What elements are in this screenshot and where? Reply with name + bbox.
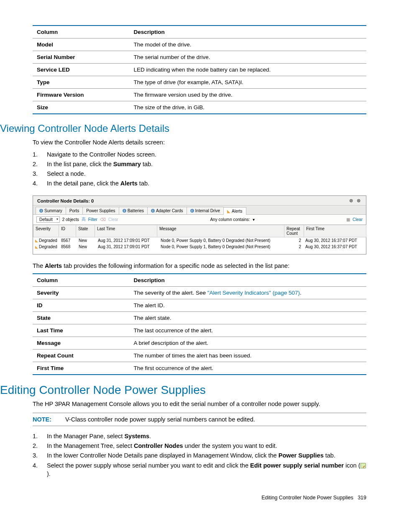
col-header: Column (33, 26, 129, 39)
tab-bar: iSummaryPortsPower SuppliesiBatteriesiAd… (33, 206, 366, 215)
table-row: First TimeThe first occurrence of the al… (33, 362, 366, 375)
cell-column: Type (33, 76, 129, 89)
tab-internal-drive[interactable]: iInternal Drive (187, 207, 224, 214)
steps-list-2: 1.In the Manager Pane, select Systems.2.… (33, 432, 366, 478)
cell-column: Message (33, 337, 129, 350)
step-item: 4.In the detail pane, click the Alerts t… (33, 179, 366, 188)
grid-col-header[interactable]: First Time (304, 225, 366, 237)
drive-table: Column Description ModelThe model of the… (33, 25, 366, 114)
edit-icon (361, 463, 366, 468)
anycol-dropdown-icon[interactable]: ▾ (253, 217, 255, 222)
cell-desc: A brief description of the alert. (129, 337, 366, 350)
table-row: TypeThe type of drive (for example, ATA,… (33, 76, 366, 89)
cell-desc: The number of times the alert has been i… (129, 350, 366, 362)
info-icon: i (39, 209, 43, 213)
step-item: 1.In the Manager Pane, select Systems. (33, 432, 366, 440)
step-item: 2.In the Management Tree, select Control… (33, 442, 366, 450)
table-row: Service LEDLED indicating when the node … (33, 64, 366, 76)
doc-link[interactable]: "Alert Severity Indicators" (page 507) (207, 290, 300, 296)
table-row: SeverityThe severity of the alert. See "… (33, 287, 366, 299)
section-heading-alerts: Viewing Controller Node Alerts Details (0, 123, 366, 134)
grid-row[interactable]: ◣Degraded8568NewAug 31, 2012 17:09:01 PD… (33, 244, 366, 250)
table-row: Repeat CountThe number of times the aler… (33, 350, 366, 362)
cell-column: Last Time (33, 324, 129, 337)
steps-list: 1.Navigate to the Controller Nodes scree… (33, 150, 366, 188)
cell-column: Severity (33, 287, 129, 299)
grid-header: SeverityIDStateLast TimeMessageRepeat Co… (33, 225, 366, 237)
alerts-table: Column Description SeverityThe severity … (33, 273, 366, 375)
clear-link[interactable]: Clear (108, 217, 118, 222)
clear-icon[interactable]: ⌫ (100, 217, 106, 222)
cell-desc: The first occurrence of the alert. (129, 362, 366, 375)
cell-desc: The last occurrence of the alert. (129, 324, 366, 337)
mid-paragraph: The Alerts tab provides the following in… (33, 262, 366, 270)
info-icon: i (190, 209, 194, 213)
tab-adapter-cards[interactable]: iAdapter Cards (147, 207, 187, 214)
export-icon[interactable]: ▦ (346, 217, 350, 222)
panel-title-text: Controller Node Details: 0 (37, 198, 94, 203)
panel-title: Controller Node Details: 0 ⊗ ⊗ (33, 196, 366, 206)
filter-link[interactable]: Filter (88, 217, 97, 222)
cell-desc: The size of the drive, in GiB. (129, 101, 366, 114)
cell-desc: The severity of the alert. See "Alert Se… (129, 287, 366, 299)
table-row: Serial NumberThe serial number of the dr… (33, 51, 366, 64)
cell-desc: LED indicating when the node battery can… (129, 64, 366, 76)
grid-col-header[interactable]: Message (157, 225, 284, 237)
cell-desc: The model of the drive. (129, 39, 366, 51)
filter-icon[interactable]: ⾼ (82, 216, 86, 222)
grid-row[interactable]: ◣Degraded8567NewAug 31, 2012 17:09:01 PD… (33, 237, 366, 244)
table-row: MessageA brief description of the alert. (33, 337, 366, 350)
note-label: NOTE: (33, 416, 65, 423)
cell-column: Serial Number (33, 51, 129, 64)
step-item: 1.Navigate to the Controller Nodes scree… (33, 150, 366, 159)
section-heading-power: Editing Controller Node Power Supplies (0, 383, 366, 397)
cell-column: ID (33, 299, 129, 312)
cell-desc: The serial number of the drive. (129, 51, 366, 64)
tab-ports[interactable]: Ports (66, 207, 83, 214)
col-header: Description (129, 26, 366, 39)
intro-text: To view the Controller Node Alerts detai… (33, 139, 366, 147)
table-row: StateThe alert state. (33, 312, 366, 324)
table-row: IDThe alert ID. (33, 299, 366, 312)
grid-col-header[interactable]: Severity (33, 225, 59, 237)
severity-icon: ◣ (35, 239, 38, 243)
table-row: ModelThe model of the drive. (33, 39, 366, 51)
step-item: 4.Select the power supply whose serial n… (33, 461, 366, 478)
tab-alerts[interactable]: ◣Alerts (223, 207, 246, 215)
view-dropdown[interactable]: Default (36, 216, 60, 223)
window-controls[interactable]: ⊗ ⊗ (349, 198, 362, 203)
grid-col-header[interactable]: State (76, 225, 95, 237)
severity-icon: ◣ (35, 245, 38, 249)
cell-column: First Time (33, 362, 129, 375)
table-row: SizeThe size of the drive, in GiB. (33, 101, 366, 114)
grid: SeverityIDStateLast TimeMessageRepeat Co… (33, 225, 366, 254)
cell-desc: The alert ID. (129, 299, 366, 312)
object-count: 2 objects (62, 217, 79, 222)
info-icon: i (123, 209, 126, 213)
grid-col-header[interactable]: Repeat Count (284, 225, 304, 237)
table-row: Last TimeThe last occurrence of the aler… (33, 324, 366, 337)
step-item: 3.Select a node. (33, 170, 366, 178)
intro-text-2: The HP 3PAR Management Console allows yo… (33, 400, 366, 409)
info-icon: i (151, 209, 155, 213)
clear-link-2[interactable]: Clear (353, 217, 363, 222)
page-footer: Editing Controller Node Power Supplies 3… (33, 495, 366, 501)
step-item: 2.In the list pane, click the Summary ta… (33, 160, 366, 168)
cell-desc: The firmware version used by the drive. (129, 89, 366, 101)
cell-column: Repeat Count (33, 350, 129, 362)
step-item: 3.In the lower Controller Node Details p… (33, 451, 366, 460)
col-header: Column (33, 274, 129, 287)
tab-power-supplies[interactable]: Power Supplies (82, 207, 119, 214)
toolbar: Default 2 objects ⾼ Filter ⌫ Clear Any c… (33, 215, 366, 225)
alerts-screenshot: Controller Node Details: 0 ⊗ ⊗ iSummaryP… (33, 195, 366, 254)
alert-flag-icon: ◣ (227, 209, 230, 213)
tab-summary[interactable]: iSummary (36, 207, 66, 214)
grid-col-header[interactable]: Last Time (95, 225, 157, 237)
grid-col-header[interactable]: ID (59, 225, 76, 237)
note-block: NOTE: V-Class controller node power supp… (33, 413, 366, 426)
cell-column: Model (33, 39, 129, 51)
cell-column: Service LED (33, 64, 129, 76)
cell-column: State (33, 312, 129, 324)
tab-batteries[interactable]: iBatteries (119, 207, 148, 214)
anycol-label: Any column contains: (210, 217, 250, 222)
